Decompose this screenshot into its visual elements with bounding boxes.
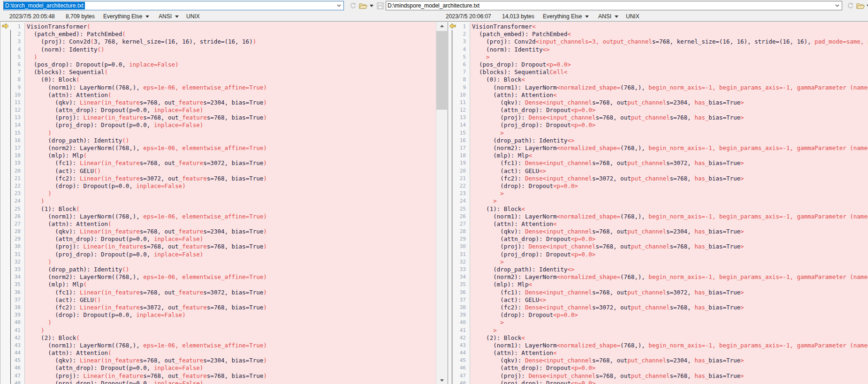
left-vertical-scrollbar[interactable] (436, 22, 447, 384)
chevron-down-icon (835, 4, 839, 7)
line-number: 13 (0, 114, 25, 121)
line-number: 9 (0, 84, 25, 91)
left-file-size: 8,709 bytes (66, 13, 95, 20)
code-line: 35 (mlp): Mlp( (0, 281, 436, 288)
right-encoding-label: ANSI (598, 13, 611, 20)
code-line: 10 (attn): Attention( (0, 91, 436, 99)
code-line: 4 (norm): Identity<> (448, 46, 868, 53)
code-line: 7 (blocks): SequentialCell< (448, 68, 868, 76)
code-line-text: (pos_drop): Dropout(p=0.0, inplace=False… (25, 61, 436, 68)
right-file-path-combobox[interactable]: D:\mindspore_model_architecture.txt (386, 1, 842, 10)
right-encoding-dropdown[interactable]: ANSI (598, 13, 618, 20)
line-number: 40 (0, 319, 25, 326)
code-line-text: (norm): Identity<> (470, 46, 868, 53)
left-file-modified-time: 2023/7/5 20:05:48 (9, 13, 55, 20)
right-open-dropdown-button[interactable] (866, 1, 868, 10)
line-number: 6 (0, 61, 25, 68)
line-number: 26 (0, 213, 25, 220)
code-line-text: > (470, 327, 868, 334)
code-line-text: (attn_drop): Dropout<p=0.0> (470, 235, 868, 243)
code-line-text: (proj): Linear(in_features=768, out_feat… (25, 372, 436, 380)
left-file-filter-label: Everything Else (103, 13, 142, 20)
right-eol-style: UNIX (626, 13, 640, 20)
line-number: 48 (0, 380, 25, 384)
code-line-text: > (470, 190, 868, 197)
code-line: 46 (attn_drop): Dropout(p=0.0, inplace=F… (0, 364, 436, 372)
code-line-text: (proj): Dense<input_channels=768, output… (470, 114, 868, 121)
right-code-editor[interactable]: 1VisionTransformer<2 (patch_embed): Patc… (448, 23, 868, 384)
line-number: 25 (0, 205, 25, 213)
code-line: 47 (proj): Linear(in_features=768, out_f… (0, 372, 436, 380)
scroll-up-button[interactable] (436, 22, 447, 30)
left-save-button[interactable] (375, 1, 385, 10)
line-number: 34 (0, 273, 25, 281)
right-combo-dropdown-button[interactable] (833, 2, 841, 9)
code-line-text: (norm1): LayerNorm<normalized_shape=(768… (470, 213, 868, 220)
line-number: 15 (0, 129, 25, 137)
code-line-text: (attn): Attention( (25, 349, 436, 357)
code-line-text: (2): Block< (470, 334, 868, 342)
line-number: 16 (0, 137, 25, 144)
diff-panes-container: 1VisionTransformer(2 (patch_embed): Patc… (0, 21, 868, 384)
filter-dropdown-icon (585, 15, 589, 18)
left-refresh-button[interactable] (348, 1, 358, 10)
code-line: 3 (proj): Conv2d<input_channels=3, outpu… (448, 38, 868, 45)
code-line: 18 (mlp): Mlp< (448, 152, 868, 159)
line-number: 22 (0, 182, 25, 190)
code-line-text: (attn_drop): Dropout<p=0.0> (470, 364, 868, 372)
left-file-path-combobox[interactable]: D:\torch_model_architecture.txt (3, 1, 344, 10)
code-line-text: (drop): Dropout(p=0.0, inplace=False) (25, 311, 436, 319)
code-line-text: (mlp): Mlp< (470, 152, 868, 159)
code-line-text: > (470, 319, 868, 326)
left-open-file-button[interactable] (358, 1, 368, 10)
code-line-text: (attn_drop): Dropout(p=0.0, inplace=Fals… (25, 106, 436, 114)
code-line: 26 (norm1): LayerNorm<normalized_shape=(… (448, 213, 868, 220)
code-line: 4 (norm): Identity() (0, 46, 436, 53)
code-line-text: (pos_drop): Dropout<p=0.0> (470, 61, 868, 68)
code-line-text: (patch_embed): PatchEmbed< (470, 30, 868, 38)
left-encoding-dropdown[interactable]: ANSI (159, 13, 179, 20)
code-line: 18 (mlp): Mlp( (0, 152, 436, 159)
right-file-path[interactable]: D:\mindspore_model_architecture.txt (386, 2, 481, 9)
left-code-editor[interactable]: 1VisionTransformer(2 (patch_embed): Patc… (0, 23, 436, 384)
code-line-text: (proj_drop): Dropout<p=0.0> (470, 121, 868, 129)
code-line: 46 (attn_drop): Dropout<p=0.0> (448, 364, 868, 372)
code-line: 37 (act): GELU() (0, 296, 436, 304)
code-line-text: ) (25, 319, 436, 326)
code-line: 23 ) (0, 190, 436, 197)
line-number: 41 (0, 327, 25, 334)
code-line: 35 (mlp): Mlp< (448, 281, 868, 288)
code-line: 29 (attn_drop): Dropout<p=0.0> (448, 235, 868, 243)
code-line-text: (attn): Attention< (470, 91, 868, 99)
line-number: 10 (0, 91, 25, 99)
line-number: 11 (0, 99, 25, 106)
left-open-dropdown-button[interactable] (369, 1, 374, 10)
code-line: 25 (1): Block( (0, 205, 436, 213)
right-file-filter-dropdown[interactable]: Everything Else (543, 13, 589, 20)
code-line-text: (norm1): LayerNorm<normalized_shape=(768… (470, 342, 868, 349)
left-combo-dropdown-button[interactable] (335, 2, 343, 9)
right-refresh-button[interactable] (845, 1, 855, 10)
code-line-text: > (470, 258, 868, 266)
code-line: 8 (0): Block( (0, 76, 436, 83)
left-file-filter-dropdown[interactable]: Everything Else (103, 13, 149, 20)
line-number: 42 (0, 334, 25, 342)
code-line-text: (norm2): LayerNorm<normalized_shape=(768… (470, 273, 868, 281)
line-number: 39 (0, 311, 25, 319)
code-line-text: (mlp): Mlp< (470, 281, 868, 288)
code-line-text: > (470, 129, 868, 137)
code-line-text: (fc2): Linear(in_features=3072, out_feat… (25, 175, 436, 182)
code-line: 29 (attn_drop): Dropout(p=0.0, inplace=F… (0, 235, 436, 243)
code-line: 34 (norm2): LayerNorm((768,), eps=1e-06,… (0, 273, 436, 281)
code-line-text: (drop_path): Identity() (25, 137, 436, 144)
code-line: 5 ) (0, 53, 436, 61)
code-line: 26 (norm1): LayerNorm((768,), eps=1e-06,… (0, 213, 436, 220)
right-open-file-button[interactable] (856, 1, 865, 10)
code-line-text: (proj): Conv2d<input_channels=3, output_… (470, 38, 868, 45)
left-file-path[interactable]: D:\torch_model_architecture.txt (4, 2, 85, 9)
code-line: 1VisionTransformer( (0, 23, 436, 30)
current-diff-pointer-icon (449, 23, 456, 29)
scrollbar-thumb[interactable] (436, 31, 447, 110)
scroll-down-button[interactable] (436, 376, 447, 384)
code-line: 36 (fc1): Dense<input_channels=768, outp… (448, 289, 868, 296)
